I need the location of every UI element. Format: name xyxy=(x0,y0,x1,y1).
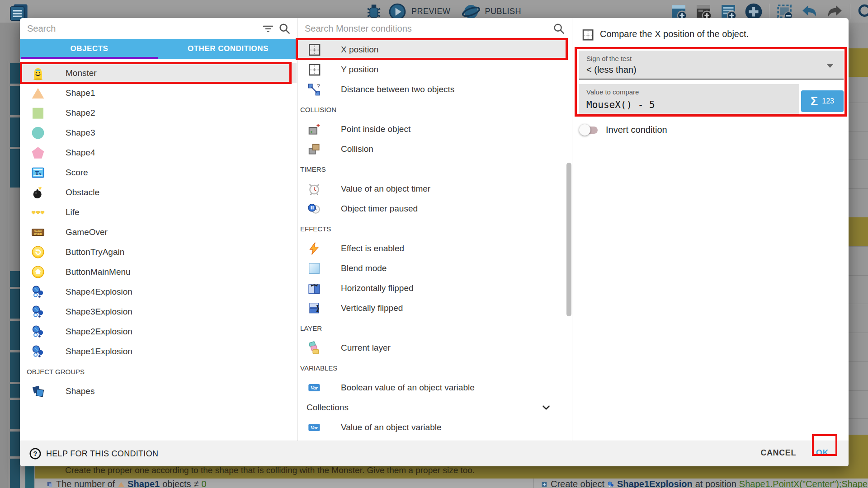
condition-item-point-inside-object[interactable]: Point inside object xyxy=(298,119,566,139)
condition-item-value-of-an-object-timer[interactable]: Value of an object timer xyxy=(298,179,566,199)
background-event-block xyxy=(10,117,20,147)
project-manager-icon[interactable] xyxy=(7,3,30,20)
condition-item-object-timer-paused[interactable]: Object timer paused xyxy=(298,199,566,219)
value-to-compare-field[interactable]: Value to compare MouseX() - 5 xyxy=(579,84,799,115)
object-item-shape3explosion[interactable]: Shape3Explosion xyxy=(21,302,297,322)
background-row-line xyxy=(849,188,868,189)
object-item-gameover[interactable]: GAMEOVERGameOver xyxy=(21,222,297,242)
object-item-score[interactable]: TxScore xyxy=(21,163,297,183)
monster-icon xyxy=(30,65,46,81)
cancel-button[interactable]: CANCEL xyxy=(758,448,799,458)
paste-special-icon[interactable] xyxy=(775,2,794,20)
event-comment: Create the proper one according to the s… xyxy=(35,466,868,479)
chevron-down-icon xyxy=(540,402,552,413)
ok-button[interactable]: OK xyxy=(813,448,831,458)
background-row-line xyxy=(849,304,868,304)
preview-button[interactable]: PREVIEW xyxy=(411,7,451,16)
condition-item-effect-is-enabled[interactable]: Effect is enabled xyxy=(298,239,566,258)
preview-icon[interactable] xyxy=(388,2,407,20)
tab-other-conditions[interactable]: OTHER CONDITIONS xyxy=(159,39,297,59)
publish-button[interactable]: PUBLISH xyxy=(485,7,522,16)
svg-text:?: ? xyxy=(317,83,320,89)
sign-of-test-value: < (less than) xyxy=(586,65,637,75)
svg-text:?: ? xyxy=(33,450,38,457)
undo-icon[interactable] xyxy=(800,2,819,20)
condition-item-blend-mode[interactable]: Blend mode xyxy=(298,258,566,278)
object-item-shapes[interactable]: Shapes xyxy=(21,381,297,401)
object-item-shape2[interactable]: Shape2 xyxy=(21,103,297,123)
object-item-monster[interactable]: Monster xyxy=(21,63,297,83)
add-comment-icon[interactable] xyxy=(719,2,738,20)
help-icon: ? xyxy=(29,447,42,460)
redo-icon[interactable] xyxy=(825,2,844,20)
background-event-block xyxy=(10,400,20,429)
event-action: Create object Shape1Explosion at positio… xyxy=(541,479,868,488)
conditions-search-input[interactable] xyxy=(305,23,552,34)
condition-item-horizontally-flipped[interactable]: Horizontally flipped xyxy=(298,278,566,298)
object-item-shape1explosion[interactable]: Shape1Explosion xyxy=(21,342,297,361)
object-item-buttonmainmenu[interactable]: ButtonMainMenu xyxy=(21,262,297,282)
svg-text:Var: Var xyxy=(311,385,318,390)
object-item-shape4[interactable]: Shape4 xyxy=(21,143,297,163)
condition-item-distance-between-two-objects[interactable]: ?Distance between two objects xyxy=(298,80,566,99)
invert-condition-toggle-knob[interactable] xyxy=(579,124,590,136)
condition-list: X positionY position?Distance between tw… xyxy=(298,39,566,437)
add-event-icon[interactable] xyxy=(670,2,689,20)
scrollbar-thumb[interactable] xyxy=(566,163,571,316)
object-item-life[interactable]: Life xyxy=(21,202,297,222)
help-label: HELP FOR THIS CONDITION xyxy=(46,449,158,459)
search-icon[interactable] xyxy=(552,22,566,35)
condition-item-value-of-an-object-variable[interactable]: VarValue of an object variable xyxy=(298,418,566,437)
publish-icon[interactable] xyxy=(462,2,481,20)
debug-icon[interactable] xyxy=(364,2,383,20)
expression-builder-button[interactable]: Σ 123 xyxy=(801,90,844,112)
objects-search-input[interactable] xyxy=(27,23,261,34)
variable-icon: Var xyxy=(306,419,322,436)
condition-item-x-position[interactable]: X position xyxy=(298,40,566,60)
background-row-line xyxy=(849,361,868,362)
circle-icon xyxy=(30,125,46,141)
object-item-shape2explosion[interactable]: Shape2Explosion xyxy=(21,322,297,342)
section-header-variables: VARIABLES xyxy=(298,358,566,378)
add-circle-icon[interactable] xyxy=(744,2,763,20)
object-item-shape4explosion[interactable]: Shape4Explosion xyxy=(21,282,297,302)
condition-item-collision[interactable]: Collision xyxy=(298,139,566,159)
background-event-block xyxy=(10,384,20,398)
object-item-shape3[interactable]: Shape3 xyxy=(21,123,297,143)
flip-vertical-icon xyxy=(306,300,322,316)
object-item-shape1[interactable]: Shape1 xyxy=(21,83,297,103)
create-action-icon xyxy=(541,481,548,488)
condition-item-vertically-flipped[interactable]: Vertically flipped xyxy=(298,298,566,318)
svg-text:T: T xyxy=(35,169,39,176)
event-marker xyxy=(25,479,34,488)
background-event-block xyxy=(10,63,20,84)
background-event-block xyxy=(10,149,20,188)
background-events-bottom: Create the proper one according to the s… xyxy=(20,466,868,488)
object-item-obstacle[interactable]: Obstacle xyxy=(21,183,297,202)
background-event-block xyxy=(10,86,20,115)
timer-paused-icon xyxy=(306,201,322,217)
condition-config-panel: Compare the X position of the object. Si… xyxy=(572,18,849,441)
help-button[interactable]: ? HELP FOR THIS CONDITION xyxy=(29,447,158,460)
search-icon[interactable] xyxy=(856,2,868,20)
collapsible-collections[interactable]: Collections xyxy=(298,398,566,418)
condition-item-boolean-value-of-an-object-variable[interactable]: VarBoolean value of an object variable xyxy=(298,378,566,398)
condition-item-current-layer[interactable]: Current layer xyxy=(298,338,566,358)
background-row-line xyxy=(849,418,868,419)
filter-icon[interactable] xyxy=(261,22,275,35)
add-subevent-icon[interactable] xyxy=(694,2,713,20)
condition-item-y-position[interactable]: Y position xyxy=(298,60,566,80)
blend-mode-icon xyxy=(306,260,322,277)
tab-objects[interactable]: OBJECTS xyxy=(20,39,159,59)
sign-of-test-select[interactable]: Sign of the test < (less than) xyxy=(579,51,844,80)
search-icon[interactable] xyxy=(278,22,291,35)
explosion-icon xyxy=(30,304,46,320)
gameover-icon: GAMEOVER xyxy=(30,224,46,240)
dialog-footer: ? HELP FOR THIS CONDITION CANCEL OK xyxy=(20,441,849,466)
toolbar-separator xyxy=(769,4,769,19)
explosion-icon xyxy=(30,284,46,300)
comment-marker xyxy=(25,466,34,479)
object-item-buttontryagain[interactable]: ButtonTryAgain xyxy=(21,242,297,262)
bomb-icon xyxy=(30,184,46,201)
chevron-down-icon xyxy=(826,64,834,68)
